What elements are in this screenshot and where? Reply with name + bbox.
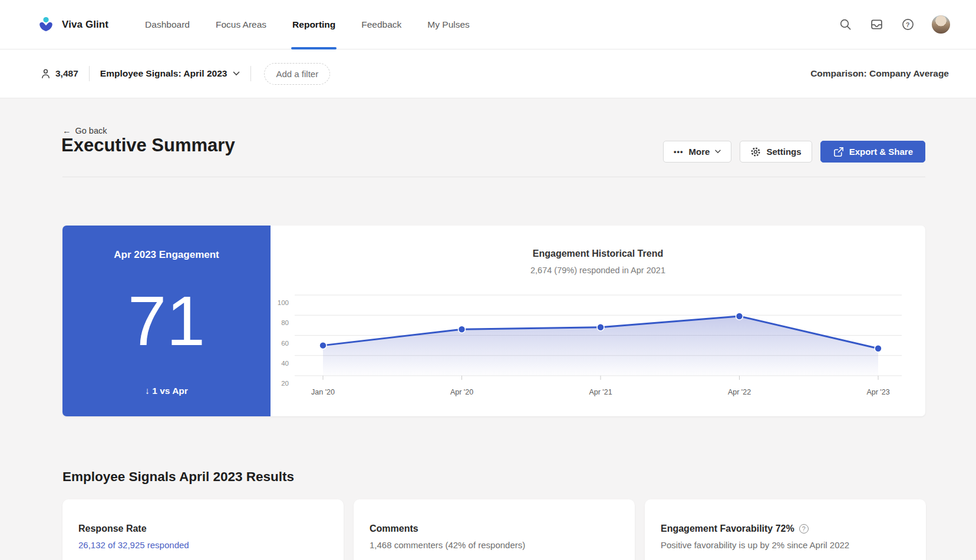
help-question-glyph: ? — [906, 21, 910, 28]
x-axis-label: Apr '23 — [866, 388, 889, 396]
viva-glint-logo — [38, 16, 54, 33]
engagement-score-card: Apr 2023 Engagement 71 ↓ 1 vs Apr — [62, 226, 271, 416]
active-tab-underline — [291, 47, 337, 49]
y-axis-label: 60 — [281, 340, 289, 347]
divider — [89, 66, 90, 81]
brand: Viva Glint — [38, 16, 108, 33]
result-card-title: Response Rate — [78, 523, 328, 534]
nav-right: ? — [838, 15, 950, 34]
search-icon[interactable] — [838, 18, 852, 32]
x-axis-label: Apr '21 — [589, 388, 612, 396]
x-axis-label: Apr '22 — [728, 388, 751, 396]
score-card-title: Apr 2023 Engagement — [62, 249, 271, 261]
survey-selector[interactable]: Employee Signals: April 2023 — [100, 68, 240, 79]
nav-items: Dashboard Focus Areas Reporting Feedback… — [145, 0, 470, 49]
comments-card: Comments 1,468 commenters (42% of respon… — [354, 499, 635, 560]
chevron-down-icon — [715, 150, 721, 154]
trend-chart-svg: 10080604020 Jan '20Apr '20Apr '21Apr '22… — [271, 226, 925, 416]
y-axis-label: 80 — [281, 319, 289, 326]
score-delta: ↓ 1 vs Apr — [62, 386, 271, 396]
page-title: Executive Summary — [61, 135, 235, 156]
help-icon[interactable]: ? — [901, 18, 915, 32]
results-heading: Employee Signals April 2023 Results — [62, 469, 294, 485]
filter-bar: 3,487 Employee Signals: April 2023 Add a… — [0, 49, 976, 98]
gear-icon — [750, 147, 761, 157]
export-share-button[interactable]: Export & Share — [820, 141, 925, 163]
chart-point — [736, 313, 743, 320]
divider — [250, 66, 251, 81]
chart-point — [459, 326, 466, 333]
response-rate-link[interactable]: 26,132 of 32,925 responded — [78, 540, 328, 550]
chart-point — [875, 345, 882, 352]
y-axis-label: 100 — [278, 299, 289, 306]
nav-item-focus-areas[interactable]: Focus Areas — [216, 0, 266, 49]
top-nav: Viva Glint Dashboard Focus Areas Reporti… — [0, 0, 976, 49]
results-cards: Response Rate 26,132 of 32,925 responded… — [62, 499, 926, 560]
nav-item-my-pulses[interactable]: My Pulses — [427, 0, 470, 49]
go-back-link[interactable]: ← Go back — [62, 126, 107, 135]
x-axis-label: Jan '20 — [311, 388, 335, 396]
chart-series — [319, 313, 882, 376]
settings-button[interactable]: Settings — [740, 141, 812, 163]
back-arrow-icon: ← — [62, 126, 71, 135]
trend-chart-card: Engagement Historical Trend 2,674 (79%) … — [271, 226, 925, 416]
favorability-card: Engagement Favorability 72% ? Positive f… — [645, 499, 926, 560]
result-card-title: Comments — [370, 523, 619, 534]
chart-point — [597, 324, 604, 331]
person-icon — [41, 69, 50, 79]
y-axis-label: 40 — [281, 360, 289, 367]
comparison-label: Comparison: Company Average — [810, 68, 949, 79]
down-arrow-icon: ↓ — [145, 386, 150, 396]
main-content: ← Go back Executive Summary ••• More Set… — [0, 98, 976, 560]
header-actions: ••• More Settings Export & Share — [663, 141, 925, 163]
avatar[interactable] — [932, 15, 950, 34]
favorability-help-icon[interactable]: ? — [799, 524, 809, 534]
add-filter-button[interactable]: Add a filter — [264, 63, 330, 85]
nav-item-dashboard[interactable]: Dashboard — [145, 0, 190, 49]
result-card-subtitle: Positive favorability is up by 2% since … — [661, 540, 910, 550]
response-rate-card: Response Rate 26,132 of 32,925 responded — [62, 499, 344, 560]
inbox-icon[interactable] — [869, 18, 883, 32]
y-axis-label: 20 — [281, 380, 289, 387]
brand-name: Viva Glint — [62, 19, 108, 31]
share-icon — [833, 147, 844, 157]
respondent-count: 3,487 — [41, 68, 78, 79]
x-axis-label: Apr '20 — [450, 388, 473, 396]
nav-item-feedback[interactable]: Feedback — [361, 0, 401, 49]
nav-item-reporting[interactable]: Reporting — [292, 0, 335, 49]
more-dots-icon: ••• — [674, 147, 684, 156]
chart-point — [319, 342, 327, 349]
result-card-subtitle: 1,468 commenters (42% of responders) — [370, 540, 619, 550]
chart-axis: Jan '20Apr '20Apr '21Apr '22Apr '23 — [311, 376, 890, 396]
engagement-score: 71 — [62, 280, 271, 363]
title-divider — [62, 177, 925, 177]
chevron-down-icon — [233, 71, 240, 76]
more-button[interactable]: ••• More — [663, 141, 732, 163]
result-card-title: Engagement Favorability 72% ? — [661, 523, 910, 534]
